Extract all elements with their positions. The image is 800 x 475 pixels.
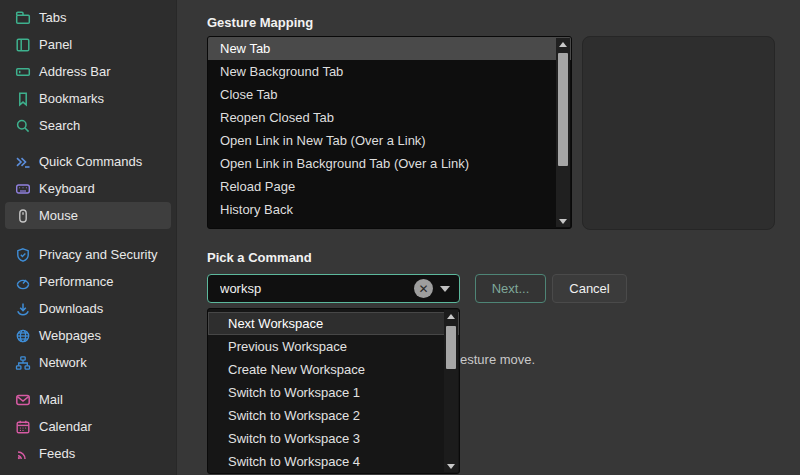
sidebar-group-mail: Mail Calendar Feeds — [0, 386, 176, 467]
triangle-down-icon — [559, 219, 567, 224]
sidebar-group-browser: Tabs Panel Address Bar Bookmarks — [0, 4, 176, 139]
pick-a-command-heading: Pick a Command — [207, 250, 312, 265]
sidebar-item-search[interactable]: Search — [0, 112, 176, 139]
scroll-up-button[interactable] — [556, 38, 570, 50]
scroll-up-button[interactable] — [444, 310, 458, 322]
sidebar-item-feeds[interactable]: Feeds — [0, 440, 176, 467]
sidebar-item-webpages[interactable]: Webpages — [0, 322, 176, 349]
sidebar-item-keyboard[interactable]: Keyboard — [0, 175, 176, 202]
sidebar-item-mouse[interactable]: Mouse — [5, 202, 171, 229]
gesture-hint-text-fragment: esture move. — [460, 352, 535, 367]
cancel-button[interactable]: Cancel — [552, 274, 627, 303]
gesture-list-item[interactable]: Open Link in New Tab (Over a Link) — [208, 129, 571, 152]
triangle-up-icon — [559, 42, 567, 47]
next-button-label: Next... — [492, 281, 530, 296]
sidebar-item-quick-commands[interactable]: Quick Commands — [0, 148, 176, 175]
gesture-list-item[interactable]: Close Tab — [208, 83, 571, 106]
sidebar-item-label: Mail — [39, 392, 63, 407]
mouse-icon — [15, 208, 31, 224]
download-icon — [15, 301, 31, 317]
keyboard-icon — [15, 181, 31, 197]
gesture-list-item[interactable]: New Tab — [208, 37, 571, 60]
dropdown-item[interactable]: Switch to Workspace 4 — [208, 450, 459, 473]
sidebar-item-label: Tabs — [39, 10, 66, 25]
sidebar-item-label: Quick Commands — [39, 154, 142, 169]
quick-commands-icon — [15, 154, 31, 170]
dropdown-scrollbar[interactable] — [444, 310, 458, 472]
sidebar-item-mail[interactable]: Mail — [0, 386, 176, 413]
command-dropdown: Next Workspace Previous Workspace Create… — [207, 308, 460, 474]
settings-sidebar: Tabs Panel Address Bar Bookmarks — [0, 0, 177, 475]
dropdown-item[interactable]: Switch to Workspace 2 — [208, 404, 459, 427]
network-icon — [15, 355, 31, 371]
search-icon — [15, 118, 31, 134]
sidebar-item-label: Webpages — [39, 328, 101, 343]
gesture-list-item[interactable]: History Back — [208, 198, 571, 221]
panel-icon — [15, 37, 31, 53]
sidebar-item-tabs[interactable]: Tabs — [0, 4, 176, 31]
gesture-list-item[interactable]: New Background Tab — [208, 60, 571, 83]
sidebar-item-address-bar[interactable]: Address Bar — [0, 58, 176, 85]
sidebar-item-calendar[interactable]: Calendar — [0, 413, 176, 440]
globe-icon — [15, 328, 31, 344]
next-button[interactable]: Next... — [475, 274, 546, 303]
sidebar-item-label: Feeds — [39, 446, 75, 461]
rss-icon — [15, 446, 31, 462]
gesture-list-item[interactable]: Reload Page — [208, 175, 571, 198]
dropdown-arrow-icon[interactable] — [440, 286, 450, 292]
sidebar-item-label: Downloads — [39, 301, 103, 316]
sidebar-item-label: Address Bar — [39, 64, 111, 79]
mail-icon — [15, 392, 31, 408]
shield-icon — [15, 247, 31, 263]
scrollbar-thumb[interactable] — [558, 53, 568, 166]
gesture-mapping-list: New Tab New Background Tab Close Tab Reo… — [207, 36, 572, 229]
triangle-up-icon — [447, 314, 455, 319]
dropdown-item[interactable]: Next Workspace — [208, 312, 459, 335]
sidebar-item-label: Bookmarks — [39, 91, 104, 106]
triangle-down-icon — [447, 464, 455, 469]
gesture-list-item[interactable]: Reopen Closed Tab — [208, 106, 571, 129]
sidebar-item-label: Privacy and Security — [39, 247, 158, 262]
sidebar-item-label: Calendar — [39, 419, 92, 434]
scrollbar-thumb[interactable] — [446, 326, 456, 369]
gesture-list-item[interactable]: Open Link in Background Tab (Over a Link… — [208, 152, 571, 175]
sidebar-group-system: Privacy and Security Performance Downloa… — [0, 241, 176, 376]
sidebar-item-label: Panel — [39, 37, 72, 52]
command-search-input[interactable] — [208, 275, 414, 302]
sidebar-item-label: Performance — [39, 274, 113, 289]
gauge-icon — [15, 274, 31, 290]
dropdown-item[interactable]: Switch to Workspace 1 — [208, 381, 459, 404]
scroll-down-button[interactable] — [556, 215, 570, 227]
cancel-button-label: Cancel — [569, 281, 609, 296]
sidebar-item-label: Mouse — [39, 208, 78, 223]
dropdown-item[interactable]: Previous Workspace — [208, 335, 459, 358]
gesture-list-item[interactable]: History Forward — [208, 221, 571, 229]
sidebar-item-performance[interactable]: Performance — [0, 268, 176, 295]
dropdown-item[interactable]: Switch to Workspace 3 — [208, 427, 459, 450]
sidebar-item-network[interactable]: Network — [0, 349, 176, 376]
command-search-field: ✕ — [207, 274, 460, 303]
sidebar-group-input: Quick Commands Keyboard Mouse — [0, 148, 176, 229]
bookmarks-icon — [15, 91, 31, 107]
sidebar-item-label: Keyboard — [39, 181, 95, 196]
gesture-preview-box — [582, 36, 775, 230]
tabs-icon — [15, 10, 31, 26]
sidebar-item-privacy-security[interactable]: Privacy and Security — [0, 241, 176, 268]
sidebar-item-bookmarks[interactable]: Bookmarks — [0, 85, 176, 112]
sidebar-item-panel[interactable]: Panel — [0, 31, 176, 58]
gesture-list-scrollbar[interactable] — [556, 38, 570, 227]
dropdown-item[interactable]: Create New Workspace — [208, 358, 459, 381]
calendar-icon — [15, 419, 31, 435]
scroll-down-button[interactable] — [444, 460, 458, 472]
sidebar-item-label: Search — [39, 118, 80, 133]
close-icon: ✕ — [418, 282, 428, 294]
sidebar-item-label: Network — [39, 355, 87, 370]
sidebar-item-downloads[interactable]: Downloads — [0, 295, 176, 322]
address-bar-icon — [15, 64, 31, 80]
gesture-mapping-heading: Gesture Mapping — [207, 15, 313, 30]
clear-input-button[interactable]: ✕ — [414, 279, 433, 298]
vivaldi-settings-mouse-page: Tabs Panel Address Bar Bookmarks — [0, 0, 800, 475]
